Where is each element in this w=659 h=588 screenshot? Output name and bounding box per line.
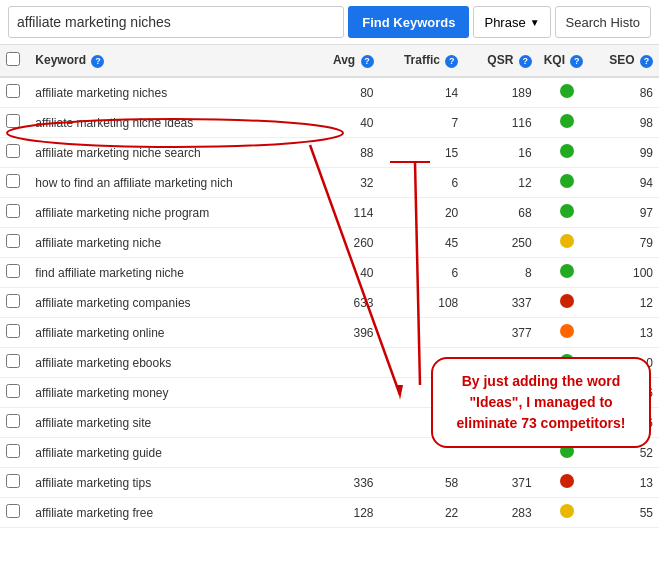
kqi-cell [538,318,596,348]
kqi-dot [560,264,574,278]
find-keywords-button[interactable]: Find Keywords [348,6,469,38]
qsr-cell: 283 [464,498,537,528]
row-check-cell [0,468,29,498]
qsr-cell: 189 [464,77,537,108]
seo-cell: 100 [596,258,659,288]
traffic-cell: 6 [380,168,465,198]
row-check-cell [0,228,29,258]
keyword-cell: affiliate marketing niche program [29,198,300,228]
phrase-dropdown-button[interactable]: Phrase ▼ [473,6,550,38]
kqi-cell [538,228,596,258]
table-row: affiliate marketing niches 80 14 189 86 [0,77,659,108]
kqi-cell [538,108,596,138]
keyword-cell: affiliate marketing companies [29,288,300,318]
row-checkbox[interactable] [6,444,20,458]
avg-cell: 336 [300,468,379,498]
kqi-dot [560,324,574,338]
seo-help-icon[interactable]: ? [640,55,653,68]
traffic-cell: 58 [380,468,465,498]
row-checkbox[interactable] [6,474,20,488]
kqi-dot [560,294,574,308]
kqi-dot [560,234,574,248]
row-check-cell [0,318,29,348]
row-checkbox[interactable] [6,174,20,188]
traffic-cell: 108 [380,288,465,318]
chevron-down-icon: ▼ [530,17,540,28]
row-checkbox[interactable] [6,84,20,98]
qsr-help-icon[interactable]: ? [519,55,532,68]
table-row: affiliate marketing niche 260 45 250 79 [0,228,659,258]
row-checkbox[interactable] [6,114,20,128]
seo-cell: 55 [596,498,659,528]
traffic-cell: 6 [380,258,465,288]
row-checkbox[interactable] [6,204,20,218]
kqi-dot [560,474,574,488]
row-check-cell [0,258,29,288]
row-checkbox[interactable] [6,354,20,368]
kqi-cell [538,288,596,318]
qsr-cell: 337 [464,288,537,318]
kqi-cell [538,468,596,498]
kqi-dot [560,174,574,188]
keyword-cell: affiliate marketing niches [29,77,300,108]
search-history-button[interactable]: Search Histo [555,6,651,38]
qsr-cell: 371 [464,468,537,498]
header-checkbox-cell [0,45,29,77]
avg-cell: 128 [300,498,379,528]
avg-cell: 40 [300,258,379,288]
avg-cell [300,438,379,468]
traffic-cell: 14 [380,77,465,108]
qsr-cell: 16 [464,138,537,168]
kqi-cell [538,138,596,168]
table-row: affiliate marketing niche search 88 15 1… [0,138,659,168]
avg-cell: 633 [300,288,379,318]
row-check-cell [0,168,29,198]
traffic-cell: 45 [380,228,465,258]
avg-cell: 80 [300,77,379,108]
keyword-help-icon[interactable]: ? [91,55,104,68]
kqi-cell [538,198,596,228]
row-checkbox[interactable] [6,234,20,248]
search-input[interactable] [8,6,344,38]
header-keyword: Keyword ? [29,45,300,77]
row-check-cell [0,288,29,318]
row-checkbox[interactable] [6,414,20,428]
qsr-cell: 8 [464,258,537,288]
seo-cell: 99 [596,138,659,168]
callout-box: By just adding the word "Ideas", I manag… [431,357,651,448]
keyword-cell: affiliate marketing free [29,498,300,528]
row-checkbox[interactable] [6,324,20,338]
kqi-help-icon[interactable]: ? [570,55,583,68]
traffic-cell: 7 [380,108,465,138]
keyword-cell: affiliate marketing ebooks [29,348,300,378]
traffic-cell: 20 [380,198,465,228]
seo-cell: 86 [596,77,659,108]
keyword-cell: affiliate marketing niche search [29,138,300,168]
keyword-cell: affiliate marketing money [29,378,300,408]
avg-help-icon[interactable]: ? [361,55,374,68]
select-all-checkbox[interactable] [6,52,20,66]
row-checkbox[interactable] [6,384,20,398]
table-body: affiliate marketing niches 80 14 189 86 … [0,77,659,528]
avg-cell: 114 [300,198,379,228]
results-table-wrapper: Keyword ? Avg ? Traffic ? QSR ? KQI ? [0,45,659,528]
table-header-row: Keyword ? Avg ? Traffic ? QSR ? KQI ? [0,45,659,77]
seo-cell: 98 [596,108,659,138]
seo-cell: 13 [596,318,659,348]
avg-cell: 396 [300,318,379,348]
header-kqi: KQI ? [538,45,596,77]
kqi-dot [560,504,574,518]
kqi-cell [538,168,596,198]
row-checkbox[interactable] [6,504,20,518]
seo-cell: 94 [596,168,659,198]
row-checkbox[interactable] [6,294,20,308]
search-bar: Find Keywords Phrase ▼ Search Histo [0,0,659,45]
row-check-cell [0,138,29,168]
table-row: how to find an affiliate marketing nich … [0,168,659,198]
row-checkbox[interactable] [6,264,20,278]
traffic-help-icon[interactable]: ? [445,55,458,68]
row-check-cell [0,198,29,228]
row-check-cell [0,108,29,138]
row-check-cell [0,498,29,528]
row-checkbox[interactable] [6,144,20,158]
